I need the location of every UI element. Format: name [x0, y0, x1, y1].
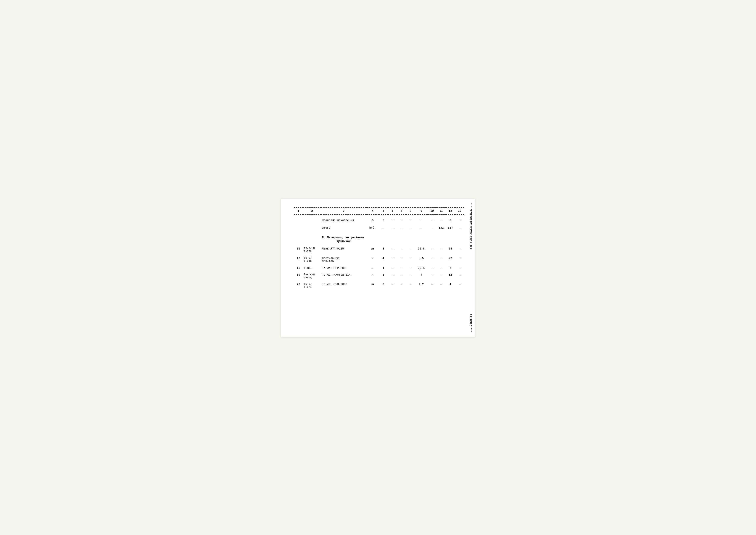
row16-unit: шт	[366, 245, 379, 254]
planovye-col13: —	[455, 214, 464, 224]
col-header-2: 2	[303, 208, 321, 214]
col-header-13: I3	[455, 208, 464, 214]
row19-code: Рижский завод	[303, 271, 321, 281]
table-row-17: I7 I5-07 I-048 Светильник ППР-I00 » 4 — …	[294, 254, 464, 265]
row19-val12: I2	[446, 271, 455, 281]
planovye-col10: —	[428, 214, 437, 224]
col-header-1: I	[294, 208, 303, 214]
col-header-5: 5	[379, 208, 388, 214]
planovye-col1	[294, 214, 303, 224]
itogo-unit: руб.	[366, 224, 379, 231]
row20-unit: шт	[366, 281, 379, 290]
planovye-col9: —	[415, 214, 428, 224]
row16-val9: II,8	[415, 245, 428, 254]
col-header-12: I2	[446, 208, 455, 214]
col-header-6: 6	[388, 208, 397, 214]
row20-desc: То же, ПУН I00М	[321, 281, 366, 290]
row16-desc: Ящик ЯТП-0,25	[321, 245, 366, 254]
planovye-row: Плановые накопления % 6 — — — — — — 9 —	[294, 214, 464, 224]
planovye-col3: Плановые накопления	[321, 214, 366, 224]
row16-num: I6	[294, 245, 303, 254]
row17-code: I5-07 I-048	[303, 254, 321, 265]
row16-val12: 24	[446, 245, 455, 254]
main-table: I 2 3 4 5 6 7 8 9 IO II I2 I3 Планов	[294, 207, 464, 290]
label-number: /3835-06	[470, 314, 472, 325]
row17-val9: 5,5	[415, 254, 428, 265]
row16-qty: 2	[379, 245, 388, 254]
row18-num: I8	[294, 265, 303, 271]
planovye-col11: —	[437, 214, 446, 224]
row19-qty: 3	[379, 271, 388, 281]
row18-qty: I	[379, 265, 388, 271]
planovye-col5: 6	[379, 214, 388, 224]
row19-desc: То же, «Астра-II»	[321, 271, 366, 281]
table-row-19: I9 Рижский завод То же, «Астра-II» » 3 —…	[294, 271, 464, 281]
label-album: 902-2-255 Альбом УП часть I	[470, 210, 472, 249]
planovye-col12: 9	[446, 214, 455, 224]
row17-desc: Светильник ППР-I00	[321, 254, 366, 265]
row17-num: I7	[294, 254, 303, 265]
planovye-col8: —	[406, 214, 415, 224]
planovye-col7: —	[397, 214, 406, 224]
col-header-4: 4	[366, 208, 379, 214]
itogo-label: Итого	[321, 224, 366, 231]
row19-unit: »	[366, 271, 379, 281]
planovye-col2	[303, 214, 321, 224]
materials-header-row: П. Материалы, не учтённые ценником	[294, 231, 464, 245]
row18-code: I-050	[303, 265, 321, 271]
row20-val9: I,2	[415, 281, 428, 290]
planovye-label: Плановые накопления	[322, 219, 354, 222]
col-header-3: 3	[321, 208, 366, 214]
row16-code: I5-04 П 2-750	[303, 245, 321, 254]
col-header-7: 7	[397, 208, 406, 214]
row20-num: 20	[294, 281, 303, 290]
row20-qty: 3	[379, 281, 388, 290]
row17-val12: 22	[446, 254, 455, 265]
materials-title-line1: П. Материалы, не учтённые	[322, 236, 365, 240]
table-header-row: I 2 3 4 5 6 7 8 9 IO II I2 I3	[294, 208, 464, 214]
side-annotations: 902-2-255 Альбом УП часть I /3835-06	[469, 210, 474, 326]
col-header-9: 9	[415, 208, 428, 214]
materials-title: П. Материалы, не учтённые ценником	[321, 231, 366, 245]
row18-val12: 7	[446, 265, 455, 271]
row20-code: I5-07 I-024	[303, 281, 321, 290]
col-header-8: 8	[406, 208, 415, 214]
page-container: 902-2-255 Альбом УП часть I /3835-06 I 2…	[281, 199, 475, 337]
row18-unit: »	[366, 265, 379, 271]
row20-val12: 4	[446, 281, 455, 290]
row19-num: I9	[294, 271, 303, 281]
row19-val9: 4	[415, 271, 428, 281]
col-header-10: IO	[428, 208, 437, 214]
table-row-20: 20 I5-07 I-024 То же, ПУН I00М шт 3 — — …	[294, 281, 464, 290]
row17-unit: »	[366, 254, 379, 265]
planovye-col6: —	[388, 214, 397, 224]
materials-title-line2: ценником	[322, 239, 365, 243]
col-header-11: II	[437, 208, 446, 214]
table-row-16: I6 I5-04 П 2-750 Ящик ЯТП-0,25 шт 2 — — …	[294, 245, 464, 254]
table-row-18: I8 I-050 То же, ППР-200 » I — — — 7,I5 —…	[294, 265, 464, 271]
planovye-col4: %	[366, 214, 379, 224]
row17-qty: 4	[379, 254, 388, 265]
row18-val9: 7,I5	[415, 265, 428, 271]
itogo-row: Итого руб. — — — — — — I32 I57 —	[294, 224, 464, 231]
row18-desc: То же, ППР-200	[321, 265, 366, 271]
